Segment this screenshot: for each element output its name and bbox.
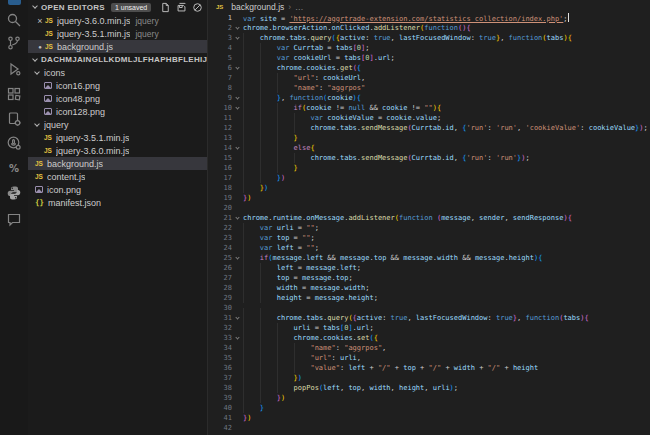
code-line[interactable]: 29 height = message.height; [208,293,650,303]
code-text: "url": cookieUrl, [243,73,650,83]
code-line[interactable]: 12 chrome.tabs.sendMessage(Currtab.id, {… [208,123,650,133]
extensions-icon[interactable] [6,86,22,102]
explorer-icon[interactable] [8,0,21,5]
tree-folder[interactable]: jquery [28,118,207,131]
code-line[interactable]: 26 left = message.left; [208,263,650,273]
code-line[interactable]: 16 } [208,163,650,173]
close-icon[interactable]: × [35,16,45,26]
code-line[interactable]: 1var site = 'https://aggrtrade-extension… [208,13,650,23]
code-line[interactable]: 34 "name": "aggrpos", [208,343,650,353]
tree-file[interactable]: icon16.png [28,79,207,92]
breadcrumb-file[interactable]: background.js [231,2,284,12]
fold-gutter[interactable] [232,107,243,109]
text-cursor [568,13,569,22]
code-line[interactable]: 4 var Currtab = tabs[0]; [208,43,650,53]
line-number: 38 [208,383,232,393]
fold-gutter[interactable] [232,217,243,219]
open-editor-item[interactable]: ×JSjquery-3.6.0.min.jsjquery [28,14,207,27]
save-all-icon[interactable] [176,2,187,13]
run-debug-icon[interactable] [6,61,22,77]
fold-gutter[interactable] [232,317,243,319]
tree-file[interactable]: {}manifest.json [28,196,207,209]
fold-gutter[interactable] [232,337,243,339]
open-editor-item[interactable]: JSjquery-3.5.1.min.jsjquery [28,27,207,40]
search-icon[interactable] [6,12,22,28]
tree-folder[interactable]: icons [28,66,207,79]
code-line[interactable]: 3 chrome.tabs.query({active: true, lastF… [208,33,650,43]
code-line[interactable]: 31 chrome.tabs.query({active: true, last… [208,313,650,323]
file-settings-icon[interactable] [6,111,22,127]
code-line[interactable]: 19}) [208,193,650,203]
code-line[interactable]: 10 if(cookie != null && cookie != ""){ [208,103,650,113]
audio-record-icon[interactable] [6,135,22,151]
code-line[interactable]: 8 "name": "aggrpos" [208,83,650,93]
code-line[interactable]: 5 var cookieUrl = tabs[0].url; [208,53,650,63]
code-line[interactable]: 20 [208,203,650,213]
tree-file[interactable]: icon48.png [28,92,207,105]
breadcrumb-symbol[interactable]: … [295,2,304,12]
fold-gutter[interactable] [232,67,243,69]
line-number: 11 [208,113,232,123]
code-text: chrome.tabs.query({active: true, lastFoc… [243,313,650,323]
code-line[interactable]: 27 top = message.top; [208,273,650,283]
code-line[interactable]: 30 [208,303,650,313]
code-line[interactable]: 15 chrome.tabs.sendMessage(Currtab.id, {… [208,153,650,163]
fold-gutter[interactable] [232,27,243,29]
code-line[interactable]: 33 chrome.cookies.set({ [208,333,650,343]
fold-gutter[interactable] [232,37,243,39]
code-line[interactable]: 2chrome.browserAction.onClicked.addListe… [208,23,650,33]
code-line[interactable]: 36 "value": left + "/" + top + "/" + wid… [208,363,650,373]
open-editors-header[interactable]: OPEN EDITORS 1 unsaved [28,0,207,14]
code-line[interactable]: 42 [208,423,650,433]
tree-file[interactable]: JSjquery-3.6.0.min.js [28,144,207,157]
fold-gutter[interactable] [232,257,243,259]
code-line[interactable]: 7 "url": cookieUrl, [208,73,650,83]
code-text: var cookieUrl = tabs[0].url; [243,53,650,63]
modified-dot-icon: ● [35,44,45,50]
line-number: 28 [208,283,232,293]
source-control-icon[interactable] [6,35,22,51]
close-all-editors-icon[interactable] [192,2,203,13]
folder-hint: jquery [135,29,158,39]
code-area[interactable]: 1var site = 'https://aggrtrade-extension… [208,13,650,433]
code-line[interactable]: 38 popPos(left, top, width, height, urli… [208,383,650,393]
code-line[interactable]: 39 }) [208,393,650,403]
code-text: "value": left + "/" + top + "/" + width … [243,363,650,373]
json-file-icon: {} [35,198,44,207]
code-line[interactable]: 37 }) [208,373,650,383]
chat-icon[interactable] [6,211,22,227]
code-text: var Currtab = tabs[0]; [243,43,650,53]
code-line[interactable]: 23 var top = ""; [208,233,650,243]
code-line[interactable]: 6 chrome.cookies.get({ [208,63,650,73]
tree-file[interactable]: JSbackground.js [28,157,207,170]
code-line[interactable]: 9 }, function(cookie){ [208,93,650,103]
code-line[interactable]: 35 "url": urli, [208,353,650,363]
tree-file[interactable]: JScontent.js [28,170,207,183]
tree-file[interactable]: JSjquery-3.5.1.min.js [28,131,207,144]
tree-file[interactable]: icon128.png [28,105,207,118]
code-line[interactable]: 13 } [208,133,650,143]
tree-file[interactable]: icon.png [28,183,207,196]
code-line[interactable]: 25 if(message.left && message.top && mes… [208,253,650,263]
project-root-header[interactable]: DACHMJAINGLLKDMLJLFHAPHBFLEHIJAB [28,53,207,66]
line-number: 26 [208,263,232,273]
code-line[interactable]: 41}) [208,413,650,423]
percent-symbols-icon[interactable]: % [6,160,22,176]
fold-gutter[interactable] [232,147,243,149]
code-line[interactable]: 28 width = message.width; [208,283,650,293]
code-line[interactable]: 22 var urli = ""; [208,223,650,233]
open-editor-item[interactable]: ●JSbackground.js [28,40,207,53]
code-line[interactable]: 11 var cookieValue = cookie.value; [208,113,650,123]
code-line[interactable]: 18 }) [208,183,650,193]
code-text: chrome.cookies.set({ [243,333,650,343]
code-line[interactable]: 40 } [208,403,650,413]
new-file-icon[interactable] [160,2,171,13]
line-number: 22 [208,223,232,233]
fold-gutter[interactable] [232,97,243,99]
python-icon[interactable] [6,185,22,201]
code-line[interactable]: 21chrome.runtime.onMessage.addListener(f… [208,213,650,223]
code-line[interactable]: 17 }) [208,173,650,183]
code-line[interactable]: 24 var left = ""; [208,243,650,253]
code-line[interactable]: 32 urli = tabs[0].url; [208,323,650,333]
code-line[interactable]: 14 else{ [208,143,650,153]
